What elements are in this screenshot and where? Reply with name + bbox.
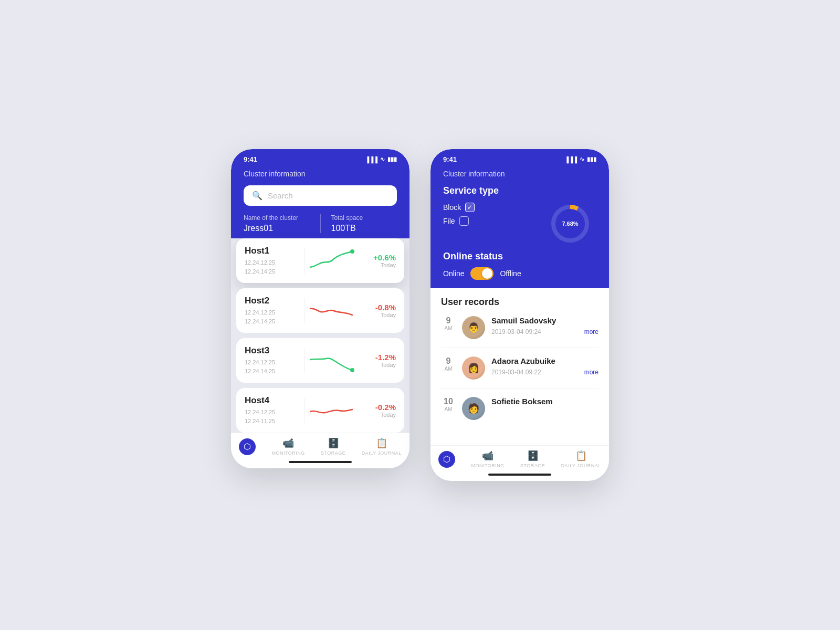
record-datetime-1: 2019-03-04 09:24 — [491, 328, 541, 335]
nav-monitoring-2[interactable]: 📹 MONITORING — [471, 450, 504, 468]
storage-label-2: STORAGE — [520, 463, 545, 468]
stat-label-1: Today — [364, 262, 396, 268]
journal-icon-2: 📋 — [575, 450, 587, 461]
monitoring-label-2: MONITORING — [471, 463, 504, 468]
offline-label: Offline — [500, 269, 521, 278]
host-name-1: Host1 — [245, 246, 298, 256]
record-datetime-2: 2019-03-04 09:22 — [491, 369, 541, 376]
cluster-info-row: Name of the cluster Jress01 Total space … — [244, 214, 397, 233]
journal-label-1: DAILY JOURNAL — [362, 450, 402, 456]
monitoring-icon-2: 📹 — [482, 450, 494, 461]
host-stat-1: +0.6% Today — [364, 253, 396, 268]
bottom-nav-1: ⬡ 📹 MONITORING 🗄️ STORAGE 📋 DAILY JOURNA… — [231, 433, 410, 458]
block-label: Block — [443, 203, 461, 212]
file-label: File — [443, 217, 455, 225]
search-placeholder: Search — [268, 191, 293, 200]
service-type-title: Service type — [443, 185, 596, 196]
host-card-4[interactable]: Host4 12.24.12.2512.24.11.25 -0.2% Today — [236, 388, 404, 433]
record-info-1: Samuil Sadovsky 2019-03-04 09:24 more — [491, 316, 598, 335]
record-more-1[interactable]: more — [584, 328, 598, 335]
host-stat-4: -0.2% Today — [364, 403, 396, 418]
nav-storage-2[interactable]: 🗄️ STORAGE — [520, 450, 545, 468]
record-time-3: 10 AM — [441, 397, 456, 412]
nav-home-2[interactable]: ⬡ — [438, 451, 455, 468]
host-left-4: Host4 12.24.12.2512.24.11.25 — [245, 395, 298, 425]
record-info-2: Adaora Azubuike 2019-03-04 09:22 more — [491, 356, 598, 376]
record-meta-2: 2019-03-04 09:22 more — [491, 369, 598, 376]
nav-monitoring-1[interactable]: 📹 MONITORING — [271, 437, 304, 456]
stat-value-3: -1.2% — [364, 353, 396, 362]
host-card-3[interactable]: Host3 12.24.12.2512.24.14.25 -1.2% Today — [236, 338, 404, 383]
stat-label-3: Today — [364, 362, 396, 368]
online-toggle[interactable] — [470, 267, 494, 280]
svg-point-1 — [350, 368, 354, 372]
battery-icon: ▮▮▮ — [387, 156, 397, 163]
user-record-2: 9 AM 👩 Adaora Azubuike 2019-03-04 09:22 … — [441, 356, 598, 388]
host-ips-2: 12.24.12.2512.24.14.25 — [245, 308, 298, 326]
host-stat-2: -0.8% Today — [364, 303, 396, 318]
battery-icon-2: ▮▮▮ — [587, 156, 596, 163]
status-time-1: 9:41 — [244, 155, 257, 163]
user-records-title: User records — [441, 297, 598, 308]
header-blue-2: Cluster information Service type Block ✓… — [430, 165, 609, 288]
search-icon: 🔍 — [252, 191, 262, 201]
signal-icon-2: ▐▐▐ — [565, 156, 577, 163]
wifi-icon-2: ∿ — [580, 156, 584, 163]
host-left-3: Host3 12.24.12.2512.24.14.25 — [245, 345, 298, 375]
online-label: Online — [443, 269, 464, 278]
header-title-1: Cluster information — [244, 170, 397, 178]
record-hour-1: 9 — [441, 316, 456, 326]
host-left-1: Host1 12.24.12.2512.24.14.25 — [245, 246, 298, 276]
journal-label-2: DAILY JOURNAL — [561, 463, 601, 468]
journal-icon-1: 📋 — [376, 437, 387, 449]
status-icons-2: ▐▐▐ ∿ ▮▮▮ — [565, 156, 596, 163]
host-ips-4: 12.24.12.2512.24.11.25 — [245, 408, 298, 425]
search-bar[interactable]: 🔍 Search — [244, 185, 397, 206]
record-hour-3: 10 — [441, 397, 456, 406]
avatar-img-3: 🧑 — [462, 397, 485, 420]
toggle-knob — [482, 268, 492, 279]
host-name-2: Host2 — [245, 296, 298, 306]
cluster-name-value: Jress01 — [244, 224, 310, 233]
host-name-4: Host4 — [245, 395, 298, 406]
status-time-2: 9:41 — [443, 155, 457, 163]
file-checkbox[interactable] — [459, 216, 469, 226]
wifi-icon: ∿ — [380, 156, 385, 163]
stat-value-1: +0.6% — [364, 253, 396, 262]
nav-journal-1[interactable]: 📋 DAILY JOURNAL — [362, 437, 402, 456]
block-checkbox[interactable]: ✓ — [465, 203, 475, 212]
host-card-2[interactable]: Host2 12.24.12.2512.24.14.25 -0.8% Today — [236, 288, 404, 333]
signal-icon: ▐▐▐ — [365, 156, 377, 163]
record-time-2: 9 AM — [441, 356, 456, 372]
cluster-space-col: Total space 100TB — [331, 214, 397, 233]
user-records-section: User records 9 AM 👨 Samuil Sadovsky 2019… — [430, 288, 609, 445]
host-stat-3: -1.2% Today — [364, 353, 396, 368]
cluster-name-col: Name of the cluster Jress01 — [244, 214, 310, 233]
service-file-row: File — [443, 216, 549, 226]
cluster-divider — [320, 214, 321, 233]
toggle-row: Online Offline — [443, 267, 596, 280]
nav-journal-2[interactable]: 📋 DAILY JOURNAL — [561, 450, 601, 468]
phone-1: 9:41 ▐▐▐ ∿ ▮▮▮ Cluster information 🔍 Sea… — [231, 149, 410, 468]
record-avatar-3: 🧑 — [462, 397, 485, 420]
cluster-space-value: 100TB — [331, 224, 397, 233]
cluster-name-label: Name of the cluster — [244, 214, 310, 222]
nav-home-1[interactable]: ⬡ — [239, 438, 256, 455]
record-name-2: Adaora Azubuike — [491, 356, 598, 365]
nav-storage-1[interactable]: 🗄️ STORAGE — [321, 437, 345, 456]
home-icon-2[interactable]: ⬡ — [438, 451, 455, 468]
monitoring-label-1: MONITORING — [271, 450, 304, 456]
phone-2: 9:41 ▐▐▐ ∿ ▮▮▮ Cluster information Servi… — [430, 149, 609, 481]
avatar-img-2: 👩 — [462, 356, 485, 380]
host-chart-3 — [304, 348, 359, 373]
home-icon-1[interactable]: ⬡ — [239, 438, 256, 455]
stat-value-2: -0.8% — [364, 303, 396, 312]
record-more-2[interactable]: more — [584, 369, 598, 376]
donut-percent: 7.68% — [562, 220, 578, 227]
storage-icon-2: 🗄️ — [527, 450, 539, 461]
host-card-1[interactable]: Host1 12.24.12.2512.24.14.25 +0.6% Today — [236, 238, 404, 283]
donut-chart-container: 7.68% — [549, 203, 591, 245]
host-chart-1 — [304, 248, 359, 274]
host-chart-4 — [304, 398, 359, 423]
host-ips-3: 12.24.12.2512.24.14.25 — [245, 358, 298, 375]
